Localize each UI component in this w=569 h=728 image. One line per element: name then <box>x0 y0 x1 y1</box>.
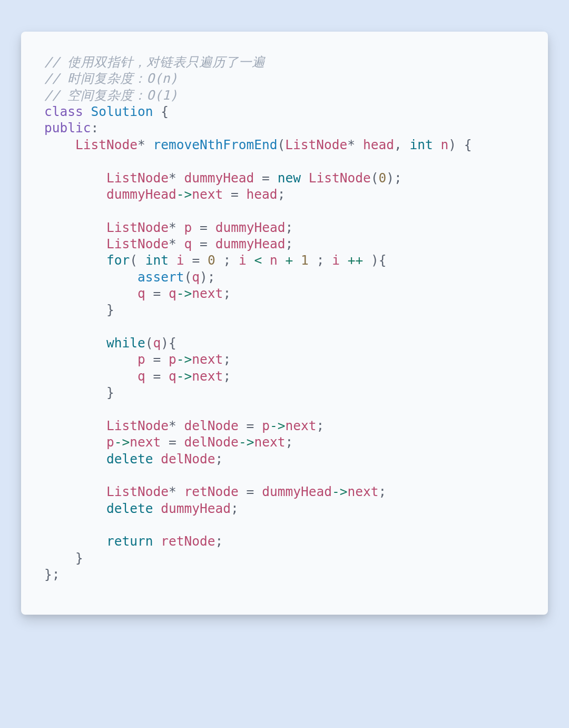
space <box>355 137 363 152</box>
assign: = <box>153 352 161 367</box>
var: dummyHead <box>184 170 254 186</box>
var: dummyHead <box>161 501 231 516</box>
var: dummyHead <box>262 484 332 499</box>
space <box>262 253 270 268</box>
indent <box>44 368 138 384</box>
semi: ; <box>223 286 231 301</box>
space <box>301 170 309 186</box>
space <box>184 253 192 268</box>
var: head <box>247 187 278 202</box>
kw-public: public <box>44 120 91 135</box>
indent <box>44 170 106 186</box>
space <box>176 236 184 251</box>
space <box>161 368 169 384</box>
member: next <box>130 434 161 450</box>
end: }; <box>44 567 60 582</box>
code-block: // 使用双指针，对链表只遍历了一遍 // 时间复杂度：O(n) // 空间复杂… <box>44 54 525 583</box>
space <box>176 484 184 499</box>
space <box>278 253 286 268</box>
indent <box>44 253 106 268</box>
arrow: -> <box>332 484 348 499</box>
semi: ; <box>378 484 386 499</box>
space <box>145 137 153 152</box>
comment-line: // 时间复杂度：O(n) <box>44 71 178 86</box>
indent <box>44 418 106 433</box>
paren: ) <box>371 253 379 268</box>
type: ListNode <box>106 418 169 433</box>
op: ++ <box>348 253 364 268</box>
brace: } <box>75 550 83 566</box>
space <box>192 220 200 235</box>
space <box>83 104 91 119</box>
space <box>176 418 184 433</box>
space <box>161 352 169 367</box>
space <box>176 434 184 450</box>
kw-for: for <box>106 253 130 268</box>
space <box>456 137 464 152</box>
brace: } <box>106 385 114 400</box>
star: * <box>138 137 145 152</box>
kw-delete: delete <box>106 501 153 516</box>
number: 0 <box>208 253 215 268</box>
assign: = <box>153 286 161 301</box>
space <box>239 418 247 433</box>
space <box>138 253 145 268</box>
var: i <box>239 253 247 268</box>
space <box>433 137 441 152</box>
space <box>270 170 278 186</box>
kw-int: int <box>145 253 169 268</box>
semi: ; <box>317 253 325 268</box>
space <box>153 533 161 549</box>
comment-line: // 空间复杂度：O(1) <box>44 88 178 103</box>
kw-return: return <box>106 533 153 549</box>
indent <box>44 269 138 285</box>
semi: ; <box>316 418 324 433</box>
space <box>153 104 161 119</box>
assign: = <box>247 484 254 499</box>
type: ListNode <box>75 137 138 152</box>
kw-while: while <box>106 335 145 351</box>
paren: ) <box>161 335 169 351</box>
assign: = <box>200 220 208 235</box>
comma: , <box>394 137 402 152</box>
paren: ( <box>145 335 153 351</box>
type: ListNode <box>106 484 169 499</box>
indent <box>44 434 106 450</box>
var: n <box>270 253 278 268</box>
fn-name: removeNthFromEnd <box>153 137 278 152</box>
param: head <box>363 137 394 152</box>
space <box>215 253 223 268</box>
member: next <box>192 368 223 384</box>
indent <box>44 451 106 467</box>
semi: ; <box>215 451 223 467</box>
assign: = <box>231 187 239 202</box>
assign: = <box>247 418 254 433</box>
space <box>161 286 169 301</box>
semi: ; <box>285 434 293 450</box>
fn-call: assert <box>138 269 184 285</box>
star: * <box>169 484 176 499</box>
assign: = <box>262 170 270 186</box>
var: dummyHead <box>106 187 176 202</box>
var: q <box>169 368 176 384</box>
space <box>223 187 231 202</box>
op: + <box>286 253 293 268</box>
kw-class: class <box>44 104 83 119</box>
semi: ; <box>223 253 231 268</box>
var: q <box>169 286 176 301</box>
class-name: Solution <box>91 104 153 119</box>
indent <box>44 335 106 351</box>
space <box>153 451 161 467</box>
arrow: -> <box>114 434 130 450</box>
var: q <box>138 286 145 301</box>
number: 0 <box>378 170 386 186</box>
space <box>247 253 254 268</box>
paren: ( <box>278 137 286 152</box>
var: q <box>138 368 145 384</box>
semi: ; <box>208 269 215 285</box>
brace: { <box>161 104 169 119</box>
indent <box>44 385 106 400</box>
assign: = <box>192 253 200 268</box>
type: ListNode <box>106 170 169 186</box>
space <box>145 286 153 301</box>
